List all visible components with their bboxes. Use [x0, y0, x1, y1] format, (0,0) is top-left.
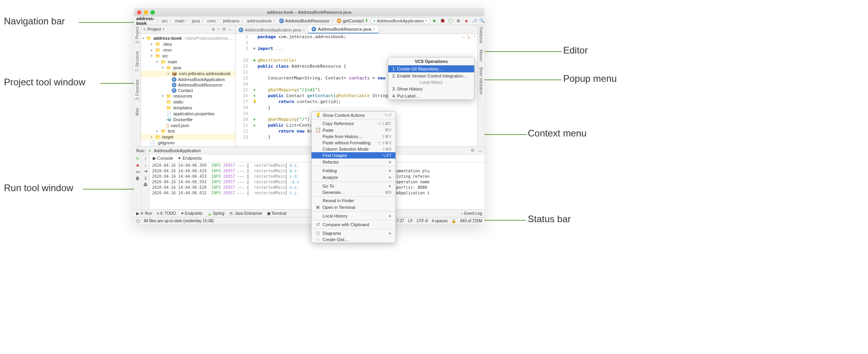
up-icon[interactable]: ↑ — [145, 156, 147, 161]
crumb-jetbrains[interactable]: jetbrains — [223, 18, 239, 23]
dump-icon[interactable]: 🗑 — [135, 176, 140, 181]
cm-diagrams[interactable]: ◫Diagrams — [312, 230, 395, 236]
cm-reveal-finder[interactable]: Reveal in Finder — [312, 197, 395, 204]
chevron-controls[interactable]: ⌄ ⌃ — [469, 35, 476, 39]
tool-window-toggle[interactable]: ▢ — [136, 219, 140, 223]
tab-maven[interactable]: Maven — [479, 50, 483, 61]
cm-find-usages[interactable]: Find Usages⌥F7 — [312, 152, 395, 159]
stop-button[interactable]: ■ — [464, 18, 469, 24]
cm-paste[interactable]: 📋Paste⌘V — [312, 127, 395, 133]
settings-icon[interactable]: ⚙ — [222, 27, 226, 32]
hide-icon[interactable]: — — [228, 27, 233, 32]
build-icon[interactable]: ⬇ — [365, 18, 368, 23]
crumb-com[interactable]: com — [208, 18, 216, 23]
cm-create-gist[interactable]: ○Create Gist… — [312, 236, 395, 243]
popup-item-show-history[interactable]: 3. Show History — [388, 85, 474, 92]
crumb-method[interactable]: mgetContact — [337, 18, 364, 23]
popup-item-enable-vcs[interactable]: 2. Enable Version Control Integration… — [388, 72, 474, 79]
crumb-class[interactable]: CAddressBookResource — [279, 18, 330, 23]
endpoints-tab[interactable]: ✦ Endpoints — [178, 156, 202, 161]
scroll-icon[interactable]: ⤓ — [144, 175, 147, 181]
run-config-selector[interactable]: ● AddressBookApplication ▾ — [371, 18, 430, 24]
jee-tab-button[interactable]: ☕ Java Enterprise — [229, 211, 262, 216]
wrap-icon[interactable]: ⇥ — [144, 169, 147, 174]
collapse-all-icon[interactable]: ÷ — [217, 27, 220, 32]
popup-item-create-git[interactable]: 1. Create Git Repository… — [388, 65, 474, 72]
cm-compare-clipboard[interactable]: ⇄Compare with Clipboard — [312, 221, 395, 228]
encoding[interactable]: UTF-8 — [417, 219, 428, 223]
profile-button[interactable]: ◉ — [456, 18, 461, 24]
tab-database[interactable]: Database — [479, 27, 483, 44]
coverage-button[interactable]: ◯ — [448, 18, 453, 24]
cm-goto[interactable]: Go To — [312, 183, 395, 189]
window-title: address-book – AddressBookResource.java — [267, 10, 351, 15]
hide-icon[interactable]: — — [478, 148, 482, 153]
project-tree[interactable]: ▾📁address-book ~/IdeaProjects/address-… … — [141, 34, 235, 146]
vcs-operations-popup: VCS Operations 1. Create Git Repository…… — [388, 57, 475, 100]
search-icon[interactable]: 🔍 — [479, 18, 485, 24]
cm-open-terminal[interactable]: ▣Open in Terminal — [312, 204, 395, 210]
cm-paste-no-fmt[interactable]: Paste without Formatting⌥⇧⌘V — [312, 140, 395, 146]
class-icon: C — [172, 83, 176, 87]
run-button[interactable]: ▶ — [432, 18, 438, 24]
console-tab[interactable]: ▶ Console — [153, 156, 173, 161]
todo-tab-button[interactable]: ≡ 6: TODO — [157, 211, 176, 216]
editor-tab[interactable]: CAddressBookApplication.java× — [236, 26, 308, 33]
caret-position[interactable]: 17:27 — [394, 219, 404, 223]
down-icon[interactable]: ↓ — [145, 162, 147, 167]
vcs-button[interactable]: ⎇ — [471, 18, 477, 24]
bottom-tool-stripe: ▶ 4: Run ≡ 6: TODO ✦ Endpoints 🍃 Spring … — [134, 209, 484, 217]
stop-icon[interactable]: ■ — [136, 163, 139, 168]
event-log-button[interactable]: ○ Event Log — [461, 211, 482, 216]
indent[interactable]: 4 spaces — [432, 219, 447, 223]
icon-gutter: ⊕ ● ◆◆💡 ◆◆ — [251, 34, 258, 146]
crumb-java[interactable]: java — [192, 18, 200, 23]
annotation-project: Project tool window — [4, 77, 85, 88]
tab-web[interactable]: Web — [135, 108, 139, 116]
crumb-src[interactable]: src — [162, 18, 168, 23]
cm-refactor[interactable]: Refactor — [312, 159, 395, 165]
cm-folding[interactable]: Folding — [312, 167, 395, 174]
lock-icon[interactable]: 🔓 — [451, 219, 456, 223]
rerun-icon[interactable]: ↻ — [136, 156, 139, 161]
crumb-addressbook[interactable]: addressbook — [247, 18, 272, 23]
line-sep[interactable]: LF — [408, 219, 413, 223]
popup-item-put-label[interactable]: 4. Put Label… — [388, 92, 474, 100]
editor-tab[interactable]: CAddressBookResource.java× — [308, 26, 379, 33]
select-opened-file-icon[interactable]: ⊕ — [211, 27, 215, 32]
memory-indicator[interactable]: 643 of 725M — [460, 219, 482, 223]
class-icon: C — [279, 18, 284, 23]
print-icon[interactable]: 🖶 — [143, 182, 148, 187]
maximize-window-button[interactable] — [150, 10, 155, 15]
cm-analyze[interactable]: Analyze — [312, 174, 395, 181]
cm-copy-reference[interactable]: Copy Reference⌥⇧⌘C — [312, 120, 395, 127]
run-tool-window: Run: ● AddressBookApplication ⚙ — ↻ ■ ▭ … — [134, 146, 484, 209]
tab-bean-validation[interactable]: Bean Validation — [479, 67, 483, 94]
close-icon[interactable]: × — [373, 27, 375, 31]
run-tab-button[interactable]: ▶ 4: Run — [136, 211, 152, 216]
debug-button[interactable]: 🐞 — [440, 18, 445, 24]
endpoints-tab-button[interactable]: ✦ Endpoints — [181, 211, 202, 216]
cm-show-context-actions[interactable]: 💡Show Context Actions⌥⏎ — [312, 112, 395, 118]
close-window-button[interactable] — [137, 10, 141, 15]
layout-icon[interactable]: ▭ — [136, 169, 140, 174]
tab-project[interactable]: 1: Project — [135, 27, 139, 43]
left-tool-stripe: 1: Project 7: Structure 2: Favorites Web — [134, 25, 141, 146]
annotation-run: Run tool window — [4, 183, 73, 194]
crumb-root[interactable]: address-book — [136, 16, 154, 26]
crumb-main[interactable]: main — [175, 18, 185, 23]
cm-paste-history[interactable]: Paste from History…⇧⌘V — [312, 133, 395, 140]
minimize-window-button[interactable] — [144, 10, 148, 15]
traffic-lights — [137, 10, 155, 15]
close-icon[interactable]: × — [302, 28, 305, 32]
cm-column-selection[interactable]: Column Selection Mode⇧⌘8 — [312, 146, 395, 152]
spring-tab-button[interactable]: 🍃 Spring — [207, 211, 224, 216]
terminal-tab-button[interactable]: ▣ Terminal — [267, 211, 286, 216]
tab-favorites[interactable]: 2: Favorites — [135, 79, 139, 100]
status-message: All files are up-to-date (yesterday 15:3… — [144, 219, 214, 223]
settings-icon[interactable]: ⚙ — [471, 148, 475, 153]
cm-local-history[interactable]: Local History — [312, 212, 395, 219]
cm-generate[interactable]: Generate…⌘N — [312, 189, 395, 195]
line-gutter: 123 1011121314151617181920212223 — [236, 34, 251, 146]
tab-structure[interactable]: 7: Structure — [135, 51, 139, 72]
